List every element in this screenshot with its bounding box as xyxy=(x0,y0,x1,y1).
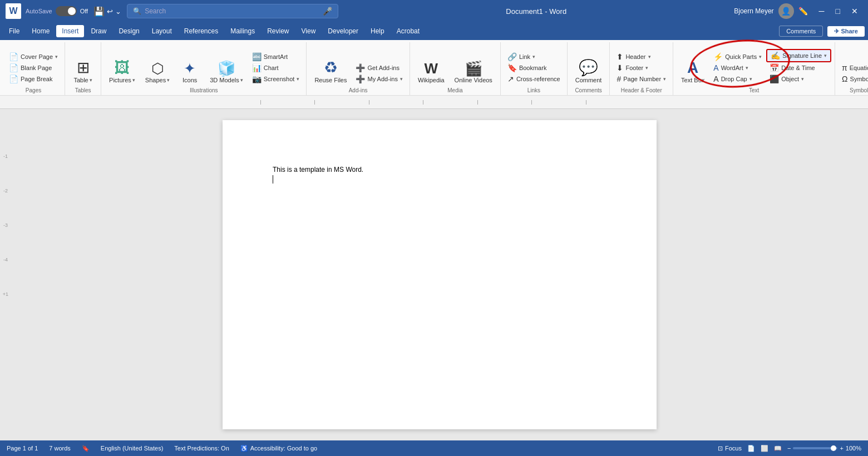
shapes-button[interactable]: ⬡ Shapes ▾ xyxy=(141,46,174,85)
screenshot-button[interactable]: 📷 Screenshot ▾ xyxy=(249,73,303,85)
icons-button[interactable]: ✦ Icons xyxy=(175,46,204,85)
pictures-button[interactable]: 🖼 Pictures ▾ xyxy=(105,46,140,85)
zoom-level-text: 100% xyxy=(846,445,861,452)
zoom-out-button[interactable]: − xyxy=(787,445,791,452)
search-icon: 🔍 xyxy=(133,7,141,15)
chart-label: Chart xyxy=(264,65,279,71)
text-predictions-status[interactable]: Text Predictions: On xyxy=(174,445,229,452)
get-addins-button[interactable]: ➕ Get Add-ins xyxy=(352,62,406,73)
comment-button[interactable]: 💬 Comment xyxy=(571,46,606,85)
menu-acrobat[interactable]: Acrobat xyxy=(391,25,425,37)
signature-line-icon: ✍ xyxy=(771,51,780,60)
header-button[interactable]: ⬆ Header ▾ xyxy=(613,51,669,62)
word-count-status[interactable]: 7 words xyxy=(49,445,71,452)
cover-page-button[interactable]: 📄 Cover Page ▾ xyxy=(6,51,61,62)
online-videos-button[interactable]: 🎬 Online Videos xyxy=(450,46,497,85)
my-addins-button[interactable]: ➕ My Add-ins ▾ xyxy=(352,73,406,85)
save-button[interactable]: 💾 xyxy=(93,6,105,17)
search-input[interactable] xyxy=(145,7,319,15)
shapes-icon: ⬡ xyxy=(151,61,164,76)
focus-button[interactable]: ⊡ Focus xyxy=(718,445,742,452)
menu-draw[interactable]: Draw xyxy=(85,25,112,37)
reuse-files-button[interactable]: ♻ Reuse Files xyxy=(310,46,351,85)
menu-layout[interactable]: Layout xyxy=(146,25,177,37)
ribbon-group-media: W Wikipedia 🎬 Online Videos Media xyxy=(410,42,501,95)
close-button[interactable]: ✕ xyxy=(847,4,862,18)
undo-button[interactable]: ↩ xyxy=(107,7,113,16)
table-arrow: ▾ xyxy=(90,77,92,83)
get-addins-label: Get Add-ins xyxy=(367,65,399,71)
page-number-label: Page Number xyxy=(623,76,661,82)
ruler-mark-5 xyxy=(423,100,477,105)
autosave-toggle[interactable] xyxy=(56,6,77,16)
document-cursor-line[interactable] xyxy=(273,175,606,185)
document-page[interactable]: This is a template in MS Word. xyxy=(223,120,657,429)
menu-file[interactable]: File xyxy=(3,25,25,37)
doc-scroll[interactable]: This is a template in MS Word. xyxy=(11,109,868,440)
comments-button[interactable]: Comments xyxy=(779,26,823,37)
menu-design[interactable]: Design xyxy=(113,25,145,37)
menu-home[interactable]: Home xyxy=(26,25,55,37)
ruler-content xyxy=(206,100,640,105)
screenshot-label: Screenshot xyxy=(264,76,295,82)
maximize-button[interactable]: □ xyxy=(831,4,845,18)
language-status[interactable]: English (United States) xyxy=(101,445,164,452)
menu-insert[interactable]: Insert xyxy=(56,25,84,37)
3d-models-button[interactable]: 🧊 3D Models ▾ xyxy=(205,46,248,85)
page-status[interactable]: Page 1 of 1 xyxy=(7,445,38,452)
ribbon-addins-items: ♻ Reuse Files ➕ Get Add-ins ➕ My Add-ins… xyxy=(310,42,406,86)
blank-page-button[interactable]: 📄 Blank Page xyxy=(6,62,61,73)
screenshot-icon: 📷 xyxy=(252,75,262,83)
page-break-label: Page Break xyxy=(21,76,52,82)
autosave-area: AutoSave Off xyxy=(26,6,88,16)
smartart-button[interactable]: 🔤 SmartArt xyxy=(249,51,303,62)
chart-button[interactable]: 📊 Chart xyxy=(249,62,303,73)
view-mode-web[interactable]: ⬜ xyxy=(761,445,768,452)
signature-line-button[interactable]: ✍ Signature Line ▾ xyxy=(766,49,831,62)
menu-mailings[interactable]: Mailings xyxy=(225,25,260,37)
table-button[interactable]: ⊞ Table ▾ xyxy=(68,46,97,85)
menu-references[interactable]: References xyxy=(179,25,224,37)
online-videos-label: Online Videos xyxy=(455,77,492,83)
view-mode-read[interactable]: 📖 xyxy=(774,445,782,452)
quick-parts-button[interactable]: ⚡ Quick Parts ▾ xyxy=(710,51,765,62)
mic-icon[interactable]: 🎤 xyxy=(323,7,332,16)
pen-icon[interactable]: ✏️ xyxy=(798,7,808,16)
wordart-button[interactable]: A WordArt ▾ xyxy=(710,62,765,73)
bookmark-button[interactable]: 🔖 Bookmark xyxy=(504,62,564,73)
drop-cap-icon: A xyxy=(713,75,718,83)
text-group-label: Text xyxy=(677,86,831,95)
zoom-in-button[interactable]: + xyxy=(840,445,843,452)
view-mode-print[interactable]: 📄 xyxy=(747,445,755,452)
minimize-button[interactable]: ─ xyxy=(815,4,829,18)
search-bar[interactable]: 🔍 🎤 xyxy=(127,4,338,18)
signature-line-label: Signature Line xyxy=(782,52,822,59)
page-break-button[interactable]: 📄 Page Break xyxy=(6,73,61,85)
zoom-control[interactable]: − + 100% xyxy=(787,445,861,452)
ribbon-links-items: 🔗 Link ▾ 🔖 Bookmark ↗ Cross-reference xyxy=(504,42,564,86)
link-button[interactable]: 🔗 Link ▾ xyxy=(504,51,564,62)
redo-button[interactable]: ⌄ xyxy=(115,7,121,16)
undo-area: ↩ ⌄ xyxy=(107,7,121,16)
menu-review[interactable]: Review xyxy=(262,25,294,37)
menu-view[interactable]: View xyxy=(296,25,322,37)
menu-developer[interactable]: Developer xyxy=(322,25,364,37)
zoom-slider-thumb[interactable] xyxy=(831,445,836,451)
page-number-button[interactable]: # Page Number ▾ xyxy=(613,73,669,85)
symbol-button[interactable]: Ω Symbol ▾ xyxy=(839,73,868,85)
text-box-button[interactable]: A Text Box xyxy=(677,46,709,85)
wordart-label: WordArt xyxy=(721,65,743,71)
accessibility-status[interactable]: ♿ Accessibility: Good to go xyxy=(240,445,317,452)
object-button[interactable]: ⬛ Object ▾ xyxy=(766,73,831,85)
menu-help[interactable]: Help xyxy=(365,25,390,37)
cross-reference-button[interactable]: ↗ Cross-reference xyxy=(504,73,564,85)
equation-button[interactable]: π Equation ▾ xyxy=(839,62,868,73)
date-time-button[interactable]: 📅 Date & Time xyxy=(766,62,831,73)
share-button[interactable]: ✈ Share xyxy=(827,26,865,37)
zoom-slider[interactable] xyxy=(793,447,837,449)
footer-button[interactable]: ⬇ Footer ▾ xyxy=(613,62,669,73)
object-arrow: ▾ xyxy=(801,76,804,82)
footer-icon: ⬇ xyxy=(617,63,623,72)
drop-cap-button[interactable]: A Drop Cap ▾ xyxy=(710,73,765,85)
wikipedia-button[interactable]: W Wikipedia xyxy=(413,46,449,85)
